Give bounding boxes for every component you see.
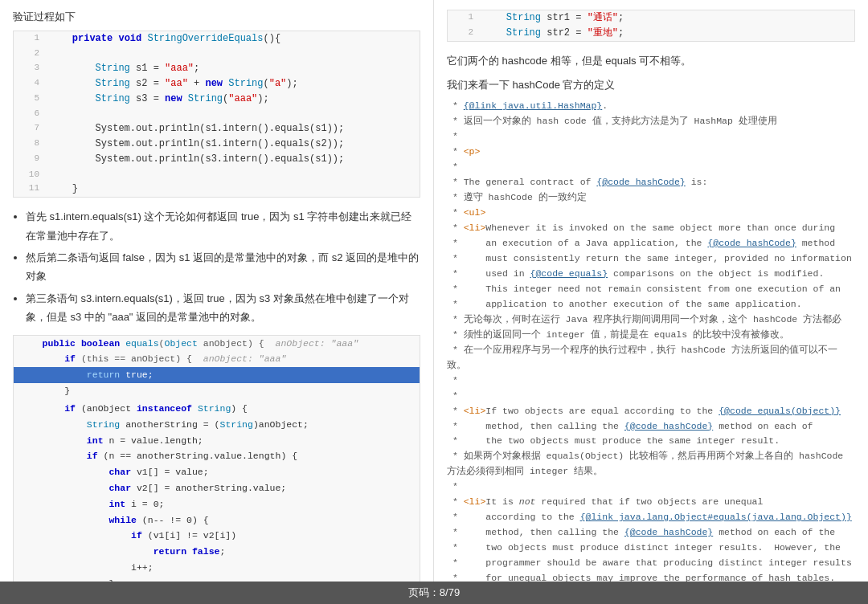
code-line: 9 System.out.println(s3.intern().equals(… (14, 152, 420, 167)
right-code-block: 1 String str1 = "通话"; 2 String str2 = "重… (447, 10, 855, 42)
code-line: while (n-- != 0) { (14, 512, 420, 528)
code-line: 1 private void StringOverrideEquals(){ (14, 31, 420, 47)
code-line: return false; (14, 544, 420, 560)
left-intro: 验证过程如下 (13, 10, 420, 24)
code-line-highlighted: return true; (14, 367, 420, 383)
bullet-item: 首先 s1.intern.equals(s1) 这个无论如何都返回 true，因… (26, 207, 420, 245)
code-line: i++; (14, 560, 420, 576)
code-line: if (this == anObject) { anObject: "aaa" (14, 351, 420, 367)
right-para-2: 我们来看一下 hashCode 官方的定义 (447, 76, 855, 94)
code-line: if (v1[i] != v2[i]) (14, 528, 420, 544)
javadoc-block: * {@link java.util.HashMap}. * 返回一个对象的 h… (447, 99, 855, 604)
page-label: 页码：8/79 (408, 586, 460, 600)
code-line: } (14, 383, 420, 399)
right-panel: 1 String str1 = "通话"; 2 String str2 = "重… (434, 0, 868, 604)
code-line: 2 (14, 47, 420, 61)
code-line: if (n == anotherString.value.length) { (14, 448, 420, 464)
bullet-item: 然后第二条语句返回 false，因为 s1 返回的是常量池中的对象，而 s2 返… (26, 248, 420, 286)
code-line: 5 String s3 = new String("aaa"); (14, 92, 420, 107)
code-line: 10 (14, 168, 420, 182)
left-panel: 验证过程如下 1 private void StringOverrideEqua… (0, 0, 434, 604)
bullet-item: 第三条语句 s3.intern.equals(s1)，返回 true，因为 s3… (26, 289, 420, 327)
code-line: 11 } (14, 182, 420, 197)
right-para-1: 它们两个的 hashcode 相等，但是 equals 可不相等。 (447, 51, 855, 70)
code-line: if (anObject instanceof String) { (14, 401, 420, 417)
code-line: 2 String str2 = "重地"; (448, 26, 854, 41)
code-line: 7 System.out.println(s1.intern().equals(… (14, 121, 420, 137)
code-line: 8 System.out.println(s1.intern().equals(… (14, 137, 420, 152)
code-line: 6 (14, 107, 420, 121)
code-line: 1 String str1 = "通话"; (448, 10, 854, 26)
bullet-list: 首先 s1.intern.equals(s1) 这个无论如何都返回 true，因… (26, 207, 420, 326)
code-line: char v1[] = value; (14, 464, 420, 480)
code-block-2: public boolean equals(Object anObject) {… (13, 335, 420, 604)
code-line: int i = 0; (14, 496, 420, 512)
code-line: String anotherString = (String)anObject; (14, 417, 420, 433)
code-line: public boolean equals(Object anObject) {… (14, 336, 420, 352)
code-block-1: 1 private void StringOverrideEquals(){ 2… (13, 31, 420, 198)
code-line: int n = value.length; (14, 433, 420, 449)
code-line: char v2[] = anotherString.value; (14, 480, 420, 496)
page-footer: 页码：8/79 (0, 582, 868, 604)
code-line: 3 String s1 = "aaa"; (14, 61, 420, 76)
code-line: 4 String s2 = "aa" + new String("a"); (14, 76, 420, 92)
